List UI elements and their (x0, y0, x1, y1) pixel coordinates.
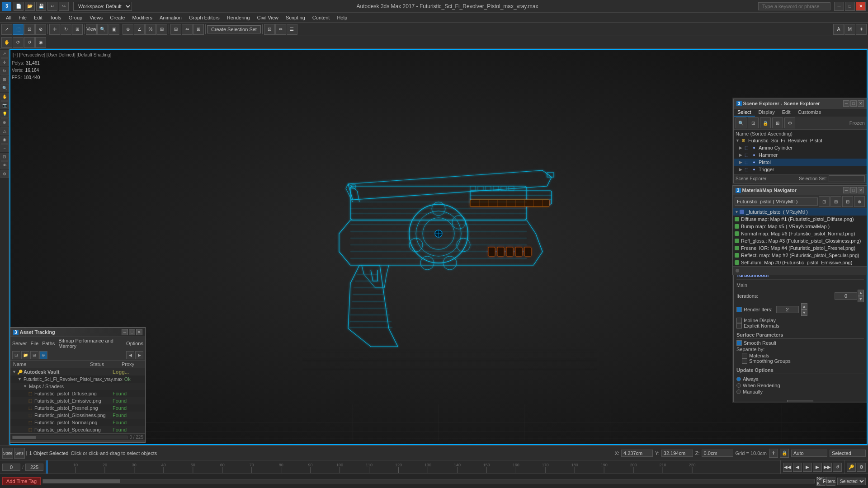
at-close-btn[interactable]: ✕ (136, 329, 142, 335)
render-btn[interactable]: ▣ (108, 24, 119, 35)
ts-always-radio[interactable] (736, 377, 741, 381)
mat-reflect[interactable]: Reflect. map: Map #2 (Futuristic_pistol_… (733, 252, 867, 259)
menu-civil-view[interactable]: Civil View (254, 14, 282, 21)
mat-diffuse[interactable]: Diffuse map: Map #1 (Futuristic_pistol_D… (733, 216, 867, 223)
state-sets-btn2[interactable]: Sets (14, 448, 25, 459)
go-start-btn[interactable]: ◀◀ (783, 463, 792, 472)
vt-pan[interactable]: ✋ (0, 93, 9, 101)
move-btn[interactable]: ✛ (49, 24, 60, 35)
z-value[interactable]: 0.0cm (702, 450, 733, 457)
environment-btn[interactable]: ☀ (856, 24, 867, 35)
save-btn[interactable]: 💾 (36, 2, 46, 11)
vt-modifier[interactable]: ⊡ (0, 153, 9, 161)
se-hammer-item[interactable]: ▶ ⬚ ● Hammer (734, 151, 867, 159)
se-maximize-btn[interactable]: □ (850, 100, 857, 107)
mat-tb4[interactable]: ⊕ (854, 196, 865, 207)
fov-btn[interactable]: ◉ (35, 37, 46, 48)
at-maps-folder[interactable]: ▼ Maps / Shaders (10, 383, 145, 390)
pan-btn[interactable]: ✋ (1, 37, 12, 48)
at-file-row[interactable]: ▼ Futuristic_Sci_Fi_Revolver_Pistol_max_… (10, 375, 145, 383)
object-paint-btn[interactable]: ✏ (275, 24, 286, 35)
mat-root-item[interactable]: ▼ _futuristic_pistol ( VRayMtl ) (733, 208, 867, 216)
mat-tb1[interactable]: ⊡ (819, 196, 830, 207)
play-mode-btn[interactable]: ↺ (833, 463, 842, 472)
at-fresnel-row[interactable]: ⬚ Futuristic_pistol_Fresnel.png Found (10, 404, 145, 412)
menu-rendering[interactable]: Rendering (223, 14, 254, 21)
total-frames-input[interactable] (25, 464, 43, 471)
arc-rotate-btn[interactable]: ↺ (24, 37, 35, 48)
menu-group[interactable]: Group (65, 14, 86, 21)
se-options-btn[interactable]: ⚙ (784, 117, 795, 128)
se-tab-edit[interactable]: Edit (778, 108, 794, 117)
at-emissive-row[interactable]: ⬚ Futuristic_pistol_Emissive.png Found (10, 397, 145, 404)
at-btn2[interactable]: 📁 (21, 351, 29, 359)
lock-selection-btn[interactable]: 🔒 (780, 449, 789, 458)
ts-explicit-normals-check[interactable] (736, 323, 742, 328)
se-tab-display[interactable]: Display (755, 108, 778, 117)
at-menu-bitmap-perf[interactable]: Bitmap Performance and Memory (58, 338, 123, 349)
mat-nav-minimize[interactable]: ─ (843, 187, 849, 193)
ts-render-iters-input[interactable] (776, 306, 799, 313)
open-btn[interactable]: 📂 (25, 2, 35, 11)
timeline-ruler[interactable]: 10 20 30 40 50 60 70 80 90 100 (46, 460, 780, 474)
at-minimize-btn[interactable]: ─ (122, 329, 128, 335)
layer-btn[interactable]: ⊡ (264, 24, 275, 35)
select-window-btn[interactable]: ⊡ (24, 24, 35, 35)
vt-display[interactable]: 👁 (0, 161, 9, 169)
y-value[interactable]: 32.194cm (661, 450, 693, 457)
at-menu-paths[interactable]: Paths (42, 341, 55, 346)
at-btn5[interactable]: ◀ (126, 351, 134, 359)
play-btn[interactable]: ▶ (803, 463, 812, 472)
mat-tb2[interactable]: ⊞ (830, 196, 841, 207)
ts-iterations-input[interactable] (835, 292, 857, 300)
ts-smoothing-groups-check[interactable] (742, 358, 747, 364)
menu-graph-editors[interactable]: Graph Editors (185, 14, 223, 21)
scale-btn[interactable]: ⊞ (72, 24, 83, 35)
prev-frame-btn[interactable]: ◀ (793, 463, 802, 472)
view-btn[interactable]: View (86, 24, 97, 35)
at-btn3[interactable]: ⊞ (30, 351, 38, 359)
at-menu-file[interactable]: File (30, 341, 38, 346)
mat-nav-maximize[interactable]: □ (850, 187, 857, 193)
ts-render-down[interactable]: ▼ (801, 310, 807, 316)
ts-render-up[interactable]: ▲ (801, 303, 807, 310)
ts-render-iters-check[interactable] (736, 307, 742, 312)
se-search-btn[interactable]: 🔍 (736, 117, 746, 128)
auto-label[interactable]: Auto (791, 450, 827, 457)
menu-tools[interactable]: Tools (46, 14, 65, 21)
rotate-btn[interactable]: ↻ (61, 24, 71, 35)
ts-iter-up[interactable]: ▲ (858, 290, 864, 296)
timeline-scroll[interactable] (42, 479, 815, 483)
filters-btn[interactable]: Filters... (826, 477, 835, 486)
se-trigger-item[interactable]: ▶ ⬚ ● Trigger (734, 166, 867, 173)
at-vault-row[interactable]: ▼ 🔑 Autodesk Vault Logg... (10, 368, 145, 375)
angle-snap-btn[interactable]: ∠ (134, 24, 145, 35)
mat-bump[interactable]: Bump map: Map #5 ( VRayNormalMap ) (733, 223, 867, 230)
next-frame-btn[interactable]: ▶ (813, 463, 822, 472)
at-resize-handle[interactable] (10, 441, 145, 442)
menu-file[interactable]: File (15, 14, 30, 21)
go-end-btn[interactable]: ▶▶ (823, 463, 832, 472)
ts-manually-radio[interactable] (736, 389, 741, 394)
vt-shape[interactable]: △ (0, 127, 9, 135)
se-hierarchy-btn[interactable]: ⊞ (772, 117, 783, 128)
at-maximize-btn[interactable]: □ (129, 329, 135, 335)
current-frame-input[interactable] (2, 464, 20, 471)
se-minimize-btn[interactable]: ─ (843, 100, 849, 107)
zoom-btn[interactable]: 🔍 (97, 24, 108, 35)
array-btn[interactable]: ⊞ (193, 24, 204, 35)
mat-fresnel[interactable]: Fresnel IOR: Map #4 (Futuristic_pistol_F… (733, 244, 867, 252)
menu-scripting[interactable]: Scripting (282, 14, 309, 21)
vt-scale[interactable]: ⊞ (0, 75, 9, 84)
vt-move[interactable]: ✛ (0, 58, 9, 66)
at-normal-row[interactable]: ⬚ Futuristic_pistol_Normal.png Found (10, 419, 145, 426)
menu-modifiers[interactable]: Modifiers (128, 14, 156, 21)
se-tab-select[interactable]: Select (734, 108, 755, 117)
vt-utility[interactable]: ⚙ (0, 170, 9, 178)
orbit-btn[interactable]: ⟳ (13, 37, 24, 48)
menu-all[interactable]: All (2, 14, 15, 21)
redo-btn[interactable]: ↪ (59, 2, 69, 11)
vt-zoom[interactable]: 🔍 (0, 84, 9, 92)
material-editor-btn[interactable]: M (844, 24, 855, 35)
select-region-btn[interactable]: ⬚ (13, 24, 24, 35)
